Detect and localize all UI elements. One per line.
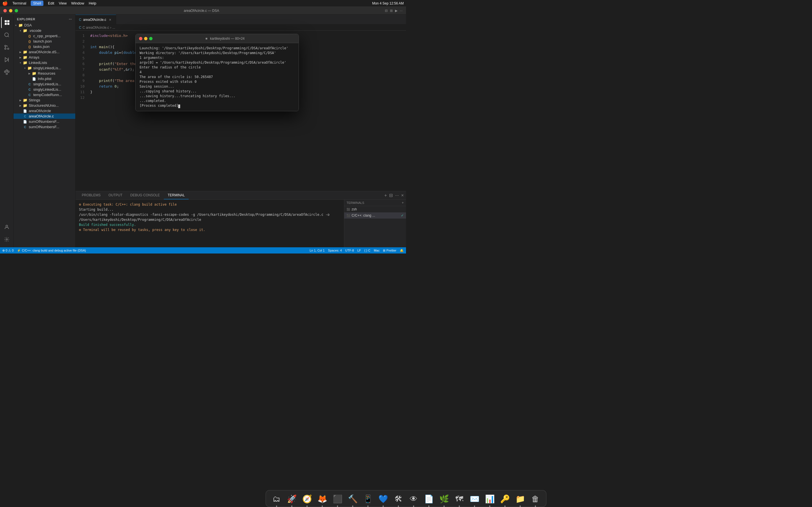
menubar-window[interactable]: Window [71,1,84,5]
terminal-list-header: TERMINALS+ [344,200,406,206]
tab-icon: C [79,18,82,22]
tab-areaofacircle[interactable]: C areaOfAcircle.c × [75,15,116,24]
panel-tab-problems[interactable]: PROBLEMS [78,191,105,200]
traffic-close[interactable] [3,9,7,12]
terminal-active-check: ✓ [401,214,404,217]
sidebar-item-launch[interactable]: {}launch.json [13,39,75,44]
activity-git[interactable] [1,42,12,53]
panel-tab-debug[interactable]: DEBUG CONSOLE [126,191,164,200]
activity-extensions[interactable] [1,66,12,78]
activity-settings[interactable] [1,234,12,245]
panel-tab-output[interactable]: OUTPUT [105,191,126,200]
overlay-line-1: Working directory: '/Users/kartikeydoshi… [140,51,295,55]
sidebar-header: EXPLORER ··· [13,15,75,22]
status-platform[interactable]: Mac [374,249,380,252]
terminal-line-0: ⚙ Executing task: C/C++: clang build act… [79,202,341,207]
traffic-minimize[interactable] [9,9,12,12]
activity-run[interactable] [1,54,12,65]
layout-icon[interactable]: ⊞ [390,9,393,13]
svg-rect-15 [8,71,9,72]
line-number-2: 2 [75,39,85,44]
menubar-terminal[interactable]: Terminal [12,1,26,5]
status-prettier[interactable]: ⊞ Prettier [383,249,396,252]
status-eol[interactable]: LF [357,249,361,252]
add-terminal-btn[interactable]: + [402,201,404,205]
svg-point-8 [4,48,6,50]
terminal-close-btn[interactable] [139,37,142,40]
more-actions-icon[interactable]: ··· [400,9,403,13]
breadcrumb-dots[interactable]: ... [112,25,115,30]
sidebar-item-dsa[interactable]: ▾📁DSA [13,22,75,28]
run-icon[interactable]: ▶ [395,9,398,13]
sidebar-item-arrays[interactable]: ▶📁Arrays [13,55,75,60]
terminal-icon: ■ [206,37,207,41]
terminal-line-2: Starting build... [79,207,341,212]
sidebar-item-c_cpp_properties[interactable]: {}c_cpp_properti... [13,33,75,39]
sidebar-item-singlylinkedlis2[interactable]: CsinglyLinkedLis... [13,81,75,87]
sidebar-item-areaofacircle_c[interactable]: CareaOfAcircle.c [13,114,75,119]
terminal-max-btn[interactable] [149,37,153,40]
terminal-content[interactable]: ⚙ Executing task: C/C++: clang build act… [75,200,344,247]
sidebar-item-singlylinkedlis1[interactable]: ▾📁singlyLinkedLis... [13,65,75,71]
sidebar-tree: ▾📁DSA▾📁.vscode{}c_cpp_properti...{}launc… [13,22,75,129]
cursor [178,105,180,108]
sidebar-item-vscode[interactable]: ▾📁.vscode [13,28,75,33]
sidebar-item-linkedlists[interactable]: ▾📁LinkedLists [13,60,75,65]
apple-menu[interactable]: 🍎 [2,1,8,6]
terminal-overlay: ■ kartikeydoshi — 80×24 Launching: '/Use… [135,34,299,111]
sidebar-item-resources[interactable]: ▶📁Resources [13,71,75,76]
breadcrumb: C C areaOfAcircle.c › ... [75,24,406,31]
sidebar-item-structuresnunio[interactable]: ▶📁StructuresNUnio... [13,103,75,108]
svg-rect-1 [7,20,9,22]
sidebar-item-sumofnumbersf1[interactable]: 📄sumOfNumbersF... [13,119,75,124]
menubar-view[interactable]: View [59,1,66,5]
status-lang[interactable]: { } C [364,249,370,252]
status-cursor[interactable]: Ln 1, Col 1 [310,249,324,252]
svg-rect-16 [6,70,7,71]
split-editor-icon[interactable]: ⊟ [385,9,388,13]
terminal-list-item-1[interactable]: ⬛C/C++: clang ...✓ [344,212,406,219]
add-terminal-icon[interactable]: + [384,193,387,198]
window-actions: ⊟ ⊞ ▶ ··· [385,9,403,13]
split-terminal-icon[interactable]: ⊟ [389,193,393,198]
terminal-body[interactable]: Launching: '/Users/kartikeydoshi/Desktop… [136,43,299,111]
svg-rect-14 [4,71,6,72]
activity-explorer[interactable] [1,17,12,28]
sidebar-actions[interactable]: ··· [69,17,72,21]
menubar-help[interactable]: Help [89,1,96,5]
sidebar-item-strings[interactable]: ▶📁Strings [13,98,75,103]
breadcrumb-file[interactable]: C areaOfAcircle.c [83,25,109,30]
kill-terminal-icon[interactable]: ··· [395,193,399,198]
terminal-title-text: kartikeydoshi — 80×24 [210,37,245,41]
sidebar-item-infoplist[interactable]: 📄Info.plist [13,76,75,81]
traffic-maximize[interactable] [15,9,18,12]
overlay-line-9: Saving session... [140,84,295,89]
overlay-line-12: ...completed. [140,99,295,103]
sidebar-item-tasks[interactable]: {}tasks.json [13,44,75,49]
activity-search[interactable] [1,29,12,41]
status-encoding[interactable]: UTF-8 [345,249,354,252]
status-errors[interactable]: ⊕ 0 ⚠ 0 [2,249,13,252]
status-bell[interactable]: 🔔 [400,249,404,252]
menubar-shell[interactable]: Shell [31,1,43,6]
status-task[interactable]: ⚡ C/C++: clang build and debug active fi… [17,249,86,252]
tab-close[interactable]: × [108,17,112,22]
menubar-edit[interactable]: Edit [48,1,54,5]
terminal-list-item-0[interactable]: ⬛zsh [344,206,406,212]
terminal-min-btn[interactable] [144,37,147,40]
svg-line-5 [8,36,9,37]
svg-point-4 [4,33,8,37]
panel-tab-terminal[interactable]: TERMINAL [164,191,189,200]
sidebar-item-areaofa_ds[interactable]: ▶📁areaOfAcircle.dS... [13,49,75,55]
close-panel-icon[interactable]: × [401,193,404,198]
overlay-line-4: Enter the radius of the circle [140,65,295,70]
sidebar-item-sumofnumbersf2[interactable]: CsumOfNumbersF... [13,124,75,129]
sidebar: EXPLORER ··· ▾📁DSA▾📁.vscode{}c_cpp_prope… [13,15,75,247]
activity-account[interactable] [1,221,12,233]
menubar-datetime: Mon 4 Sep 12:56 AM [372,1,404,5]
sidebar-item-singlylinkedlis3[interactable]: CsinglyLinkedLis... [13,87,75,92]
overlay-line-6: The area of the circle is: 50.265487 [140,75,295,79]
sidebar-item-areaofacircle_exec[interactable]: 📄areaOfAcircle [13,108,75,114]
status-spaces[interactable]: Spaces: 4 [328,249,342,252]
sidebar-item-tempcoderunn[interactable]: CtempCodeRunn... [13,92,75,98]
